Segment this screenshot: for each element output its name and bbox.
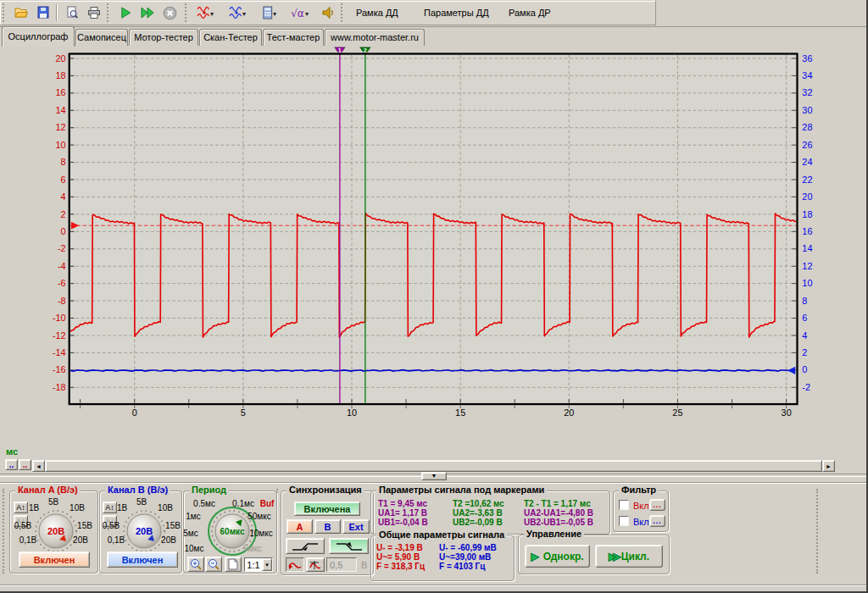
right-axis-label: 26 [802,140,812,150]
sync-mode-auto-button[interactable] [286,557,304,572]
filter-a-label: Вкл [633,501,649,511]
knob-label: 10мс [185,544,204,553]
channel-a-enabled-button[interactable]: Включен [19,551,90,568]
x-axis-label: 5 [241,407,246,418]
right-axis-label: 6 [802,313,807,323]
panel-grip[interactable] [816,489,820,574]
zoom-ratio-select[interactable]: 1:1 ▾ [244,557,273,572]
left-axis-label: -4 [58,261,66,271]
left-axis-label: -10 [53,313,66,323]
right-axis-label: 2 [802,347,807,357]
sync-level-input[interactable] [326,557,357,572]
horizontal-scrollbar[interactable]: ◄ ► [32,460,835,472]
tab-samopisec[interactable]: Самописец [75,29,128,46]
scrollbar-thumb[interactable] [45,460,822,472]
left-axis-label: 12 [56,122,66,132]
save-button[interactable] [32,3,53,23]
right-axis-label: -2 [802,382,810,392]
channel-a-level-arrow[interactable] [71,222,79,230]
falling-edge-icon [335,541,364,551]
tab-motor-master-site[interactable]: www.motor-master.ru [325,29,425,46]
sound-button[interactable] [317,3,338,23]
chevron-down-icon[interactable]: ▾ [242,10,249,18]
zoom-in-button[interactable] [187,557,204,572]
run-cycle-button[interactable] [137,3,159,23]
t1-value: T1 = 9,45 мс [378,499,427,508]
sync-source-b-button[interactable]: B [314,519,341,534]
sync-falling-edge-button[interactable] [329,538,369,554]
parametry-dd-button[interactable]: Параметры ДД [415,3,498,22]
x-axis-label: 10 [347,407,357,418]
channel-b-enabled-button[interactable]: Включен [107,551,178,568]
print-button[interactable] [83,3,104,23]
ramka-dr-button[interactable]: Рамка ДР [500,3,559,22]
scroll-right-arrow[interactable]: ► [822,460,835,472]
left-axis-label: -12 [53,330,66,341]
chevron-down-icon[interactable]: ▾ [262,558,272,571]
sync-source-ext-button[interactable]: Ext [342,519,370,534]
zoom-ratio-value: 1:1 [245,560,262,570]
single-run-button[interactable]: ▶ Однокр. [525,545,590,568]
filter-b-more-button[interactable]: ... [649,515,665,527]
channel-b-level-arrow[interactable] [787,367,795,374]
status-strip [0,585,868,593]
run-single-button[interactable] [115,3,136,23]
tab-oscillograph[interactable]: Осциллограф [2,26,75,47]
chevron-down-icon[interactable]: ▾ [273,10,280,18]
dub-value: UB2-UB1=-0,05 В [524,518,593,527]
knob-label: 5В [136,497,147,507]
tab-scan-tester[interactable]: Скан-Тестер [199,29,262,46]
time-marker-2-handle[interactable] [360,47,371,55]
open-button[interactable] [10,3,31,23]
scroll-left-arrow[interactable]: ◄ [32,460,45,472]
tab-bar: Осциллограф Самописец Мотор-тестер Скан-… [0,26,868,46]
ramka-dd-button[interactable]: Рамка ДД [348,3,407,22]
filter-b-checkbox[interactable] [619,516,629,526]
left-axis-label: -14 [53,347,66,357]
filter-a-more-button[interactable]: ... [649,499,665,511]
oscilloscope-app: { "toolbar": { "icons": ["open","save","… [0,0,868,593]
period-title: Период [189,485,229,495]
dua-value: UA2-UA1=-4,80 В [524,508,593,518]
sqrt-alpha-icon: √α [288,6,307,19]
toolbar-grip[interactable] [3,3,7,22]
sync-enabled-button[interactable]: Включена [294,502,360,516]
svg-text:√α: √α [291,8,304,19]
chevron-down-icon[interactable]: ▾ [305,10,312,18]
general-params-panel: Общие параметры сигнала U- = -3,19 В U~=… [370,535,515,581]
filter-a-checkbox[interactable] [619,500,629,510]
toolbar-grip[interactable] [185,3,189,22]
marker-2-jump-button[interactable]: .. [19,459,31,470]
knob-label: 10В [158,503,173,513]
sync-mode-level-button[interactable] [306,557,325,572]
marker-1-jump-button[interactable]: .. [5,459,18,470]
collapse-panel-button[interactable]: ▼ [421,472,447,480]
channel-b-autoscale-button[interactable]: A↕ [103,502,117,513]
panel-grip[interactable] [3,489,6,574]
channel-b-trace [70,370,794,372]
channel-a-autoscale-button[interactable]: A↕ [14,502,28,513]
sync-rising-edge-button[interactable] [286,538,325,554]
tab-motor-tester[interactable]: Мотор-тестер [129,29,198,46]
print-preview-button[interactable] [61,3,82,23]
toolbar-grip[interactable] [341,3,345,22]
knob-label: 1В [29,503,39,513]
dt-value: T2 - T1 = 1,17 мс [524,499,591,508]
tab-test-master[interactable]: Тест-мастер [263,29,324,46]
toolbar-grip[interactable] [107,3,111,22]
channel-a-knob-value: 20В [47,526,64,536]
new-page-button[interactable] [225,557,242,572]
knob-label: 1В [117,503,127,513]
stop-button[interactable] [159,3,181,23]
zoom-out-button[interactable] [205,557,222,572]
right-axis-label: 10 [802,278,812,288]
ub1-value: UB1=-0,04 В [378,518,428,527]
sync-source-a-button[interactable]: A [287,519,313,534]
cycle-run-button[interactable]: ▶▶ Цикл. [595,545,663,568]
calculator-icon [261,6,274,19]
time-marker-1-handle[interactable] [335,47,346,55]
knob-label: 10В [70,503,85,513]
print-preview-icon [65,6,79,19]
chevron-down-icon[interactable]: ▾ [210,10,217,18]
speaker-icon [321,6,335,19]
